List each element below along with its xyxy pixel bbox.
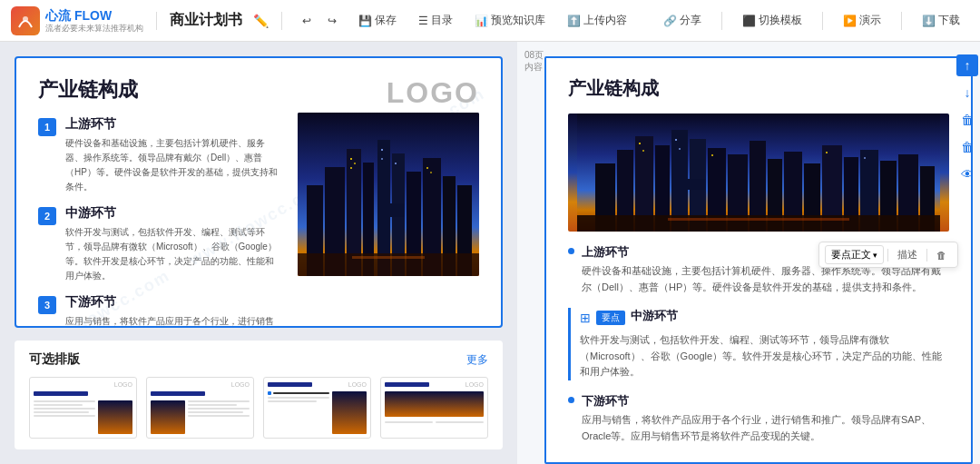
layout-thumbnails: LOGO xyxy=(29,377,488,439)
main-content: www.flowcc.com www.flowcc.com www.flowcc… xyxy=(0,42,980,464)
present-button[interactable]: ▶️ 演示 xyxy=(834,9,890,32)
save-button[interactable]: 💾 保存 xyxy=(351,9,404,32)
section-text-3: 应用与销售，将软件产品应用于各个行业，进行销售和推广。领导品牌有SAP、Orac… xyxy=(65,314,280,328)
right-panel: 08页 内容 产业链构成 xyxy=(517,42,980,464)
trash-icon: 🗑 xyxy=(936,250,946,261)
delete-section-button[interactable]: 🗑 xyxy=(931,248,952,262)
slide-card: www.flowcc.com www.flowcc.com www.flowcc… xyxy=(15,56,503,328)
svg-rect-43 xyxy=(639,143,641,144)
svg-rect-51 xyxy=(668,218,849,221)
doc-title: 商业计划书 xyxy=(170,11,242,30)
section-content-2: 中游环节 软件开发与测试，包括软件开发、编程、测试等环节，领导品牌有微软（Mic… xyxy=(65,205,280,283)
share-button[interactable]: 🔗 分享 xyxy=(654,9,710,32)
svg-rect-46 xyxy=(679,148,681,150)
section-heading-2: 中游环节 xyxy=(65,205,280,222)
section-num-2: 2 xyxy=(38,207,56,225)
sidebar-trash-button[interactable]: 🗑 xyxy=(956,136,978,158)
section-num-1: 1 xyxy=(38,118,56,136)
slide-city-image xyxy=(298,113,479,276)
page-type: 内容 xyxy=(524,61,544,73)
bullet-heading-3: 下游环节 xyxy=(582,393,949,410)
bullet-content-3: 下游环节 应用与销售，将软件产品应用于各个行业，进行销售和推广。领导品牌有SAP… xyxy=(582,393,949,444)
undo-button[interactable]: ↩ xyxy=(295,11,318,31)
save-icon: 💾 xyxy=(358,15,372,27)
svg-rect-18 xyxy=(395,163,397,164)
page-number: 08页 xyxy=(524,49,544,61)
bullet-text-3: 应用与销售，将软件产品应用于各个行业，进行销售和推广。领导品牌有SAP、Orac… xyxy=(582,412,949,444)
logo-icon xyxy=(11,6,40,35)
chevron-down-icon: ▾ xyxy=(873,251,877,260)
svg-rect-45 xyxy=(675,139,677,141)
key-points-heading: 中游环节 xyxy=(631,308,678,324)
preview-button[interactable]: 📊 预览知识库 xyxy=(467,9,553,32)
slide-logo-placeholder: LOGO xyxy=(387,76,479,110)
svg-rect-30 xyxy=(671,179,706,190)
right-city-image xyxy=(568,114,949,232)
svg-rect-47 xyxy=(711,154,713,156)
section-type-label: 要点正文 xyxy=(831,248,871,262)
share-icon: 🔗 xyxy=(663,15,677,27)
section-type-select[interactable]: 要点正文 ▾ xyxy=(825,245,884,264)
sidebar-up-button[interactable]: ↑ xyxy=(956,54,978,76)
toolbar-separator-5 xyxy=(901,12,902,30)
logo-main: 心流 FLOW xyxy=(45,8,143,24)
toolbar-separator-2 xyxy=(281,12,282,30)
sidebar-down-button[interactable]: ↓ xyxy=(956,82,978,104)
rtoolbar-divider-2 xyxy=(926,249,927,262)
key-points-header: ⊞ 要点 中游环节 xyxy=(580,308,949,327)
layout-picker-more[interactable]: 更多 xyxy=(466,352,488,368)
bullet-dot-1 xyxy=(568,248,574,254)
undo-redo-group: ↩ ↪ xyxy=(295,11,344,31)
svg-rect-14 xyxy=(354,163,356,164)
svg-rect-15 xyxy=(350,167,352,169)
layout-picker-title: 可选排版 xyxy=(29,351,80,368)
layout-thumb-1[interactable]: LOGO xyxy=(29,377,137,439)
redo-icon: ↪ xyxy=(328,15,337,27)
svg-rect-50 xyxy=(577,215,940,232)
sidebar-eye-button[interactable]: 👁 xyxy=(956,163,978,185)
undo-icon: ↩ xyxy=(302,15,311,27)
switch-template-button[interactable]: ⬛ 切换模板 xyxy=(733,9,811,32)
edit-icon[interactable]: ✏️ xyxy=(253,14,269,28)
toolbar-separator-3 xyxy=(721,12,722,30)
logo-sub: 流者必要未来算法推荐机构 xyxy=(45,24,143,34)
key-points-section: ⊞ 要点 中游环节 软件开发与测试，包括软件开发、编程、测试等环节，领导品牌有微… xyxy=(568,308,949,380)
svg-rect-19 xyxy=(426,167,428,169)
layout-thumb-2[interactable]: LOGO xyxy=(146,377,254,439)
svg-rect-20 xyxy=(430,172,432,173)
section-text-1: 硬件设备和基础设施，主要包括计算机硬件、服务器、操作系统等。领导品牌有戴尔（De… xyxy=(65,136,280,194)
layout-picker: 可选排版 更多 LOGO xyxy=(15,341,503,449)
layout-thumb-3[interactable]: LOGO xyxy=(263,377,371,439)
toolbar-separator-4 xyxy=(822,12,823,30)
sidebar-delete-button[interactable]: 🗑 xyxy=(956,109,978,131)
preview-icon: 📊 xyxy=(475,15,488,27)
toolbar-separator-1 xyxy=(156,12,157,30)
layout-thumb-4[interactable]: LOGO xyxy=(380,377,488,439)
page-info: 08页 内容 xyxy=(524,49,544,73)
bullet-dot-3 xyxy=(568,397,574,403)
slide-inner: www.flowcc.com www.flowcc.com www.flowcc… xyxy=(16,58,501,328)
upload-button[interactable]: ⬆️ 上传内容 xyxy=(560,9,634,32)
redo-button[interactable]: ↪ xyxy=(320,11,344,31)
section-item-3: 3 下游环节 应用与销售，将软件产品应用于各个行业，进行销售和推广。领导品牌有S… xyxy=(38,294,280,328)
right-panel-title: 产业链构成 xyxy=(568,76,949,101)
template-icon: ⬛ xyxy=(742,15,756,27)
svg-rect-44 xyxy=(642,150,644,152)
describe-button[interactable]: 描述 xyxy=(892,246,923,263)
section-num-3: 3 xyxy=(38,296,56,314)
section-item-2: 2 中游环节 软件开发与测试，包括软件开发、编程、测试等环节，领导品牌有微软（M… xyxy=(38,205,280,283)
section-heading-1: 上游环节 xyxy=(65,116,280,133)
svg-rect-48 xyxy=(826,152,828,153)
toolbar-right: 🔗 分享 ⬛ 切换模板 ▶️ 演示 ⬇️ 下载 xyxy=(654,9,969,32)
section-heading-3: 下游环节 xyxy=(65,294,280,311)
toc-button[interactable]: ☰ 目录 xyxy=(411,9,460,32)
present-icon: ▶️ xyxy=(843,15,857,27)
key-points-badge: 要点 xyxy=(596,311,625,325)
key-points-grid-icon: ⊞ xyxy=(580,311,591,325)
bullet-text-1: 硬件设备和基础设施，主要包括计算机硬件、服务器、操作系统等。领导品牌有戴尔（De… xyxy=(582,263,949,295)
download-button[interactable]: ⬇️ 下载 xyxy=(913,9,969,32)
layout-picker-header: 可选排版 更多 xyxy=(29,351,488,368)
logo-area: 心流 FLOW 流者必要未来算法推荐机构 xyxy=(11,6,143,35)
svg-rect-16 xyxy=(381,149,383,151)
right-bullet-3: 下游环节 应用与销售，将软件产品应用于各个行业，进行销售和推广。领导品牌有SAP… xyxy=(568,393,949,444)
